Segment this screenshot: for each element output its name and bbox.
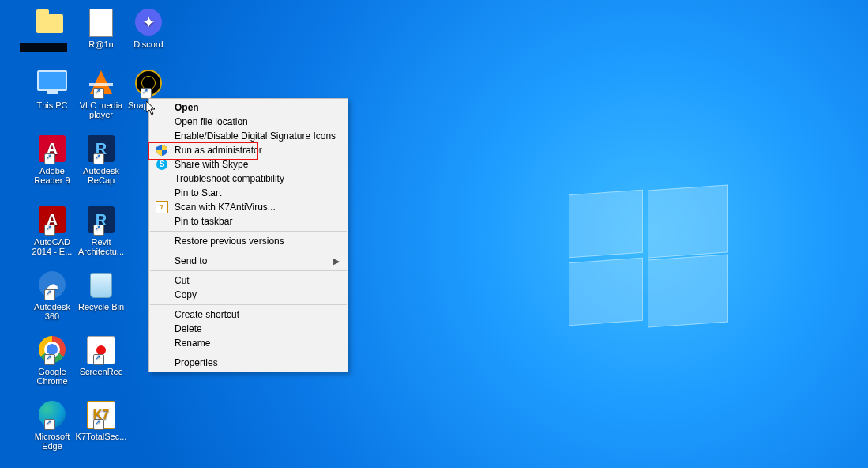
- menu-item-label: Delete: [175, 323, 202, 334]
- blank-icon: [156, 337, 168, 349]
- mouse-cursor-icon: [146, 101, 159, 117]
- desktop-icon-recap[interactable]: RAutodesk ReCap: [75, 133, 127, 185]
- menu-item-enable-disable-digital-signature-icons[interactable]: Enable/Disable Digital Signature Icons: [149, 129, 348, 143]
- desktop-icon-r01n[interactable]: R@1n: [75, 6, 127, 49]
- menu-item-copy[interactable]: Copy: [149, 288, 348, 302]
- desktop-icon-label: ScreenRec: [75, 367, 127, 376]
- menu-item-share-with-skype[interactable]: SShare with Skype: [149, 157, 348, 172]
- desktop-icon-adobe[interactable]: AAdobe Reader 9: [26, 133, 78, 185]
- screenrec-icon: [85, 334, 117, 365]
- desktop-icon-chrome[interactable]: Google Chrome: [26, 334, 78, 386]
- desktop-icon-discord[interactable]: ✦Discord: [122, 6, 175, 49]
- blank-icon: [156, 187, 168, 199]
- uac-shield-icon: [156, 144, 168, 157]
- menu-separator: [150, 251, 347, 251]
- blank-icon: [156, 172, 168, 185]
- blank-icon: [156, 130, 168, 142]
- blank-icon: [156, 274, 168, 287]
- desktop-icon-recycle[interactable]: Recycle Bin: [75, 269, 127, 311]
- shortcut-arrow-icon: [44, 354, 55, 365]
- svg-marker-0: [146, 101, 155, 115]
- shortcut-arrow-icon: [93, 225, 104, 236]
- desktop-icon-label: Microsoft Edge: [26, 432, 78, 451]
- windows-logo-background: [569, 192, 727, 326]
- menu-separator: [150, 270, 347, 271]
- menu-item-label: Share with Skype: [175, 159, 248, 170]
- desktop-icon-label: VLC media player: [75, 100, 127, 119]
- skype-icon: S: [156, 158, 168, 171]
- menu-item-pin-to-start[interactable]: Pin to Start: [149, 186, 348, 200]
- desktop-icon-a360[interactable]: ☁Autodesk 360: [26, 269, 78, 321]
- desktop-icon-screenrec[interactable]: ScreenRec: [75, 334, 127, 376]
- menu-item-troubleshoot-compatibility[interactable]: Troubleshoot compatibility: [149, 172, 348, 186]
- vlc-icon: [85, 67, 117, 99]
- menu-separator: [150, 304, 347, 305]
- blank-icon: [156, 255, 168, 267]
- menu-item-send-to[interactable]: Send to▶: [149, 254, 348, 268]
- menu-item-label: Pin to Start: [175, 187, 221, 198]
- menu-item-label: Properties: [175, 357, 218, 368]
- desktop-icon-acad[interactable]: AAutoCAD 2014 - E...: [26, 204, 78, 256]
- menu-item-label: Restore previous versions: [175, 236, 284, 247]
- menu-item-label: Cut: [175, 275, 190, 286]
- shortcut-arrow-icon: [93, 419, 104, 430]
- desktop-icon-edge[interactable]: Microsoft Edge: [26, 398, 78, 451]
- shortcut-arrow-icon: [44, 419, 55, 430]
- desktop-icon-label: AutoCAD 2014 - E...: [26, 237, 78, 256]
- desktop-icon-k7[interactable]: K7K7TotalSec...: [75, 398, 127, 441]
- blank-icon: [156, 308, 168, 321]
- windows-desktop[interactable]: R@1n✦DiscordThis PCVLC media playerSnap …: [0, 0, 868, 468]
- menu-item-scan-with-k7antivirus[interactable]: 7Scan with K7AntiVirus...: [149, 200, 348, 214]
- blank-icon: [156, 215, 168, 228]
- menu-item-label: Send to: [175, 255, 207, 266]
- menu-item-label: Pin to taskbar: [175, 216, 232, 227]
- menu-item-label: Troubleshoot compatibility: [175, 173, 284, 184]
- k7-icon: K7: [85, 398, 117, 430]
- blank1-icon: [36, 6, 68, 38]
- menu-item-cut[interactable]: Cut: [149, 274, 348, 288]
- menu-separator: [150, 231, 347, 232]
- desktop-icon-label: Autodesk ReCap: [75, 166, 127, 185]
- shortcut-arrow-icon: [93, 354, 104, 365]
- menu-item-label: Enable/Disable Digital Signature Icons: [175, 130, 336, 142]
- selected-label-blackout: [20, 43, 67, 52]
- blank-icon: [156, 289, 168, 301]
- desktop-icon-label: Revit Architectu...: [75, 237, 127, 256]
- menu-item-label: Create shortcut: [175, 309, 239, 320]
- menu-item-open[interactable]: Open: [149, 100, 348, 115]
- context-menu: OpenOpen file locationEnable/Disable Dig…: [148, 98, 348, 372]
- desktop-icon-thispc[interactable]: This PC: [26, 67, 78, 110]
- blank-icon: [156, 235, 168, 247]
- menu-item-properties[interactable]: Properties: [149, 356, 348, 370]
- menu-item-rename[interactable]: Rename: [149, 336, 348, 350]
- desktop-icon-label: Google Chrome: [26, 367, 78, 386]
- submenu-arrow-icon: ▶: [333, 254, 340, 268]
- desktop-icon-blank1[interactable]: [26, 6, 78, 40]
- menu-item-label: Copy: [175, 289, 197, 300]
- blank-icon: [156, 357, 168, 369]
- edge-icon: [36, 398, 68, 430]
- shortcut-arrow-icon: [44, 289, 55, 300]
- menu-item-create-shortcut[interactable]: Create shortcut: [149, 308, 348, 322]
- desktop-icon-label: Discord: [122, 40, 175, 49]
- shortcut-arrow-icon: [93, 88, 104, 99]
- menu-item-label: Scan with K7AntiVirus...: [175, 202, 276, 213]
- menu-item-label: Open: [175, 102, 199, 113]
- menu-item-run-as-administrator[interactable]: Run as administrator: [149, 143, 348, 157]
- a360-icon: ☁: [36, 269, 68, 300]
- menu-item-pin-to-taskbar[interactable]: Pin to taskbar: [149, 214, 348, 228]
- adobe-icon: A: [36, 133, 68, 164]
- blank-icon: [156, 115, 168, 128]
- desktop-icon-label: This PC: [26, 100, 78, 110]
- desktop-icon-vlc[interactable]: VLC media player: [75, 67, 127, 119]
- menu-item-delete[interactable]: Delete: [149, 322, 348, 336]
- desktop-icon-label: Autodesk 360: [26, 302, 78, 321]
- shortcut-arrow-icon: [44, 153, 55, 164]
- menu-item-restore-previous-versions[interactable]: Restore previous versions: [149, 234, 348, 248]
- desktop-icon-revit[interactable]: RRevit Architectu...: [75, 204, 127, 256]
- menu-item-label: Rename: [175, 338, 210, 349]
- shortcut-arrow-icon: [141, 88, 152, 99]
- recycle-icon: [85, 269, 117, 300]
- snapcam-icon: [133, 67, 164, 99]
- menu-item-open-file-location[interactable]: Open file location: [149, 115, 348, 129]
